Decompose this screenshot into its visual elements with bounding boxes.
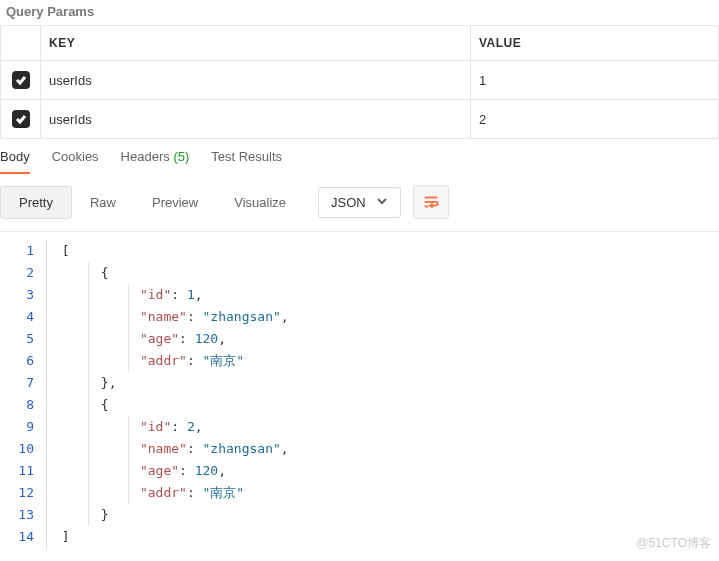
line-number: 7	[0, 372, 46, 394]
tab-body[interactable]: Body	[0, 149, 30, 174]
line-number: 4	[0, 306, 46, 328]
code-line: 8 {	[0, 394, 719, 416]
line-number: 1	[0, 240, 46, 262]
watermark: @51CTO博客	[636, 535, 711, 552]
code-content: {	[46, 394, 719, 416]
code-content: "name": "zhangsan",	[46, 306, 719, 328]
checkbox[interactable]	[12, 71, 30, 89]
tab-headers[interactable]: Headers (5)	[121, 149, 190, 174]
table-row: userIds2	[1, 100, 719, 139]
table-row: userIds1	[1, 61, 719, 100]
checkbox[interactable]	[12, 110, 30, 128]
line-number: 10	[0, 438, 46, 460]
code-line: 4 "name": "zhangsan",	[0, 306, 719, 328]
col-key: KEY	[41, 26, 471, 61]
code-line: 6 "addr": "南京"	[0, 350, 719, 372]
code-line: 2 {	[0, 262, 719, 284]
code-line: 1 [	[0, 240, 719, 262]
code-line: 3 "id": 1,	[0, 284, 719, 306]
code-content: "addr": "南京"	[46, 482, 719, 504]
code-content: "addr": "南京"	[46, 350, 719, 372]
code-content: "name": "zhangsan",	[46, 438, 719, 460]
section-title: Query Params	[0, 0, 719, 23]
code-line: 5 "age": 120,	[0, 328, 719, 350]
query-params-table: KEY VALUE userIds1userIds2	[0, 25, 719, 139]
line-number: 6	[0, 350, 46, 372]
param-key[interactable]: userIds	[41, 61, 471, 100]
line-number: 14	[0, 526, 46, 548]
tab-cookies[interactable]: Cookies	[52, 149, 99, 174]
code-line: 13 }	[0, 504, 719, 526]
view-raw[interactable]: Raw	[72, 187, 134, 218]
code-content: }	[46, 504, 719, 526]
tab-test-results[interactable]: Test Results	[211, 149, 282, 174]
view-visualize[interactable]: Visualize	[216, 187, 304, 218]
view-preview[interactable]: Preview	[134, 187, 216, 218]
view-pretty[interactable]: Pretty	[0, 186, 72, 219]
response-toolbar: Pretty Raw Preview Visualize JSON	[0, 175, 719, 232]
code-content: ]	[46, 526, 719, 548]
line-number: 12	[0, 482, 46, 504]
response-body[interactable]: 1 [2 {3 "id": 1,4 "name": "zhangsan",5 "…	[0, 232, 719, 556]
code-line: 7 },	[0, 372, 719, 394]
code-line: 12 "addr": "南京"	[0, 482, 719, 504]
line-number: 3	[0, 284, 46, 306]
code-content: "age": 120,	[46, 460, 719, 482]
line-number: 8	[0, 394, 46, 416]
code-content: "id": 2,	[46, 416, 719, 438]
col-value: VALUE	[471, 26, 719, 61]
tab-headers-label: Headers	[121, 149, 170, 164]
param-value[interactable]: 1	[471, 61, 719, 100]
col-check	[1, 26, 41, 61]
chevron-down-icon	[376, 195, 388, 210]
code-line: 9 "id": 2,	[0, 416, 719, 438]
code-content: "age": 120,	[46, 328, 719, 350]
response-tabs: Body Cookies Headers (5) Test Results	[0, 139, 719, 175]
param-key[interactable]: userIds	[41, 100, 471, 139]
code-content: "id": 1,	[46, 284, 719, 306]
code-content: [	[46, 240, 719, 262]
line-number: 5	[0, 328, 46, 350]
code-content: {	[46, 262, 719, 284]
format-select-label: JSON	[331, 195, 366, 210]
code-line: 11 "age": 120,	[0, 460, 719, 482]
code-line: 14 ]	[0, 526, 719, 548]
format-select[interactable]: JSON	[318, 187, 401, 218]
line-number: 11	[0, 460, 46, 482]
param-value[interactable]: 2	[471, 100, 719, 139]
line-number: 13	[0, 504, 46, 526]
code-content: },	[46, 372, 719, 394]
code-line: 10 "name": "zhangsan",	[0, 438, 719, 460]
wrap-lines-button[interactable]	[413, 185, 449, 219]
tab-headers-count: (5)	[173, 149, 189, 164]
line-number: 2	[0, 262, 46, 284]
line-number: 9	[0, 416, 46, 438]
